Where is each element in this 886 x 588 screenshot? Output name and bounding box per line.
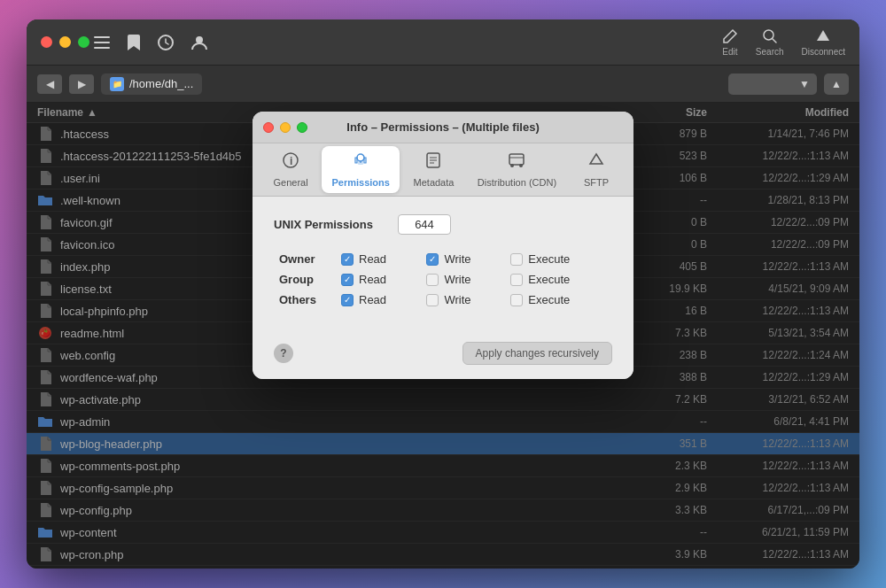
help-button[interactable]: ? — [274, 344, 293, 363]
disconnect-label: Disconnect — [802, 47, 845, 57]
navbar: ◀ ▶ 📁 /home/dh_... ▼ ▲ — [27, 66, 859, 103]
owner-read-cell: Read — [341, 252, 416, 266]
group-read-cell: Read — [341, 273, 416, 286]
svg-point-17 — [510, 164, 514, 167]
tab-distribution[interactable]: Distribution (CDN) — [468, 146, 566, 193]
modal-content: UNIX Permissions Owner — [253, 197, 633, 333]
others-read-cell: Read — [341, 293, 416, 306]
search-button[interactable]: Search — [756, 28, 784, 57]
group-write-checkbox[interactable] — [426, 274, 439, 286]
main-content: Filename ▲ Size Modified .htaccess 879 B… — [27, 103, 859, 569]
others-execute-cell: Execute — [510, 293, 607, 306]
toolbar-right: Edit Search Disconnect — [722, 28, 845, 57]
svg-point-9 — [357, 154, 364, 161]
others-execute-checkbox[interactable] — [510, 294, 523, 306]
owner-write-checkbox[interactable] — [426, 253, 439, 266]
general-tab-label: General — [274, 177, 308, 188]
others-entity-label: Others — [274, 290, 336, 310]
owner-entity-label: Owner — [274, 249, 336, 269]
menu-icon[interactable] — [94, 36, 110, 49]
maximize-button[interactable] — [78, 36, 89, 48]
titlebar: Edit Search Disconnect — [27, 19, 859, 66]
sftp-tab-label: SFTP — [584, 177, 609, 188]
permissions-tab-label: Permissions — [331, 177, 389, 188]
owner-execute-cell: Execute — [510, 252, 607, 266]
group-entity-label: Group — [274, 269, 336, 290]
owner-read-label: Read — [359, 252, 386, 266]
svg-rect-2 — [94, 47, 110, 49]
svg-text:i: i — [290, 155, 292, 167]
group-row: Group Read — [274, 269, 612, 290]
modal-title: Info – Permissions – (Multiple files) — [346, 120, 539, 134]
others-row: Others Read — [274, 290, 612, 310]
disconnect-button[interactable]: Disconnect — [802, 28, 845, 57]
modal-close-button[interactable] — [263, 122, 274, 133]
svg-rect-1 — [94, 42, 110, 43]
history-icon[interactable] — [158, 35, 174, 50]
modal-minimize-button[interactable] — [280, 122, 291, 133]
navbar-right: ▼ ▲ — [728, 74, 849, 95]
tab-permissions[interactable]: Permissions — [322, 146, 400, 193]
path-display[interactable]: 📁 /home/dh_... — [101, 74, 202, 95]
main-window: Edit Search Disconnect ◀ ▶ 📁 /home/dh_. — [27, 19, 859, 569]
svg-marker-6 — [817, 30, 829, 41]
permissions-icon — [352, 151, 369, 174]
svg-point-5 — [764, 30, 773, 40]
traffic-lights — [41, 36, 89, 48]
forward-button[interactable]: ▶ — [69, 74, 94, 94]
modal-traffic-lights — [263, 122, 307, 133]
view-dropdown[interactable]: ▼ — [728, 74, 817, 95]
others-write-label: Write — [444, 293, 470, 306]
path-text: /home/dh_... — [129, 77, 193, 90]
group-read-label: Read — [359, 273, 386, 286]
svg-rect-0 — [94, 36, 110, 38]
owner-write-cell: Write — [426, 252, 500, 266]
chevron-down-icon: ▼ — [799, 78, 810, 90]
svg-rect-15 — [509, 154, 524, 165]
group-execute-label: Execute — [528, 273, 570, 286]
unix-permissions-row: UNIX Permissions — [274, 214, 612, 235]
sftp-icon — [587, 151, 605, 174]
permissions-table: Owner Read — [274, 249, 612, 310]
tab-sftp[interactable]: SFTP — [570, 146, 623, 193]
others-read-checkbox[interactable] — [341, 294, 354, 306]
close-button[interactable] — [41, 36, 52, 48]
group-execute-checkbox[interactable] — [510, 274, 523, 286]
profile-icon[interactable] — [191, 35, 207, 50]
toolbar-icons — [94, 35, 207, 50]
owner-read-checkbox[interactable] — [341, 253, 354, 266]
unix-permissions-input[interactable] — [398, 214, 451, 235]
group-read-checkbox[interactable] — [341, 274, 354, 286]
up-button[interactable]: ▲ — [824, 74, 849, 95]
modal-tabs: i General Permissio — [253, 143, 633, 197]
back-button[interactable]: ◀ — [37, 74, 62, 94]
group-execute-cell: Execute — [510, 273, 607, 286]
modal-footer: ? Apply changes recursively — [253, 333, 633, 379]
owner-row: Owner Read — [274, 249, 612, 269]
owner-execute-label: Execute — [528, 252, 570, 266]
permissions-modal: Info – Permissions – (Multiple files) i … — [253, 112, 633, 379]
tab-metadata[interactable]: Metadata — [403, 146, 464, 193]
owner-write-label: Write — [444, 252, 470, 266]
metadata-tab-label: Metadata — [414, 177, 455, 188]
owner-execute-checkbox[interactable] — [510, 253, 523, 266]
svg-rect-10 — [358, 160, 363, 165]
edit-button[interactable]: Edit — [722, 28, 738, 57]
group-write-label: Write — [444, 273, 470, 286]
search-label: Search — [756, 47, 784, 57]
apply-recursively-button[interactable]: Apply changes recursively — [462, 342, 612, 365]
path-folder-icon: 📁 — [110, 77, 124, 91]
group-write-cell: Write — [426, 273, 500, 286]
bookmark-icon[interactable] — [128, 35, 140, 50]
others-write-checkbox[interactable] — [426, 294, 439, 306]
others-write-cell: Write — [426, 293, 500, 306]
general-icon: i — [282, 151, 299, 174]
metadata-icon — [424, 151, 442, 174]
svg-marker-19 — [590, 154, 602, 164]
unix-permissions-label: UNIX Permissions — [274, 218, 398, 231]
tab-general[interactable]: i General — [263, 146, 318, 193]
svg-point-4 — [196, 36, 203, 43]
modal-zoom-button[interactable] — [297, 122, 307, 133]
minimize-button[interactable] — [59, 36, 71, 48]
others-execute-label: Execute — [528, 293, 570, 306]
